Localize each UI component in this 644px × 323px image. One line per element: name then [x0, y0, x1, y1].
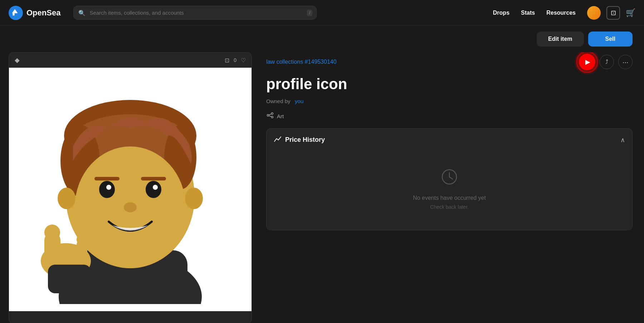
opensea-logo-icon: [9, 6, 23, 20]
heart-icon[interactable]: ♡: [241, 57, 246, 64]
share-icon: ⤴: [605, 59, 608, 65]
nav-links: Drops Stats Resources: [493, 10, 576, 16]
expand-icon[interactable]: ⊡: [225, 57, 229, 64]
owned-by-label: Owned by: [266, 98, 291, 104]
svg-point-26: [267, 115, 269, 116]
svg-point-19: [124, 202, 137, 212]
category-row: Art: [266, 111, 633, 121]
panel-header: ◆ ⊡ 0 ♡: [9, 53, 252, 68]
nft-image: [9, 68, 252, 311]
wallet-icon: ⊡: [611, 9, 616, 17]
more-icon: ···: [623, 58, 629, 66]
clock-icon: [441, 168, 458, 189]
price-history-title: Price History: [285, 136, 325, 144]
more-button[interactable]: ···: [618, 55, 633, 69]
price-history-body: No events have occurred yet Check back l…: [267, 151, 632, 230]
svg-point-16: [146, 181, 161, 198]
svg-point-28: [272, 116, 273, 118]
like-count: 0: [234, 57, 236, 63]
svg-point-25: [77, 234, 87, 245]
search-icon: 🔍: [78, 9, 86, 16]
svg-point-27: [272, 113, 273, 115]
search-bar: 🔍 /: [73, 6, 317, 20]
panel-actions: ⊡ 0 ♡: [225, 57, 246, 64]
cart-button[interactable]: 🛒: [626, 8, 635, 18]
svg-point-17: [106, 185, 111, 190]
category-icon: [266, 111, 274, 121]
svg-point-15: [99, 181, 115, 198]
cart-icon: 🛒: [626, 8, 635, 17]
svg-rect-14: [141, 177, 166, 180]
owner-link[interactable]: you: [295, 98, 303, 104]
action-bar: Edit item Sell: [0, 26, 644, 52]
price-history-title-row: Price History: [274, 135, 325, 145]
item-title: profile icon: [266, 76, 633, 92]
svg-rect-23: [48, 265, 91, 293]
item-actions-row: ▶ ⤴ ···: [579, 54, 633, 70]
search-input[interactable]: [73, 6, 317, 20]
svg-point-11: [185, 188, 203, 209]
no-events-text: No events have occurred yet: [413, 195, 486, 201]
play-button[interactable]: ▶: [579, 54, 595, 70]
nft-image-panel: ◆ ⊡ 0 ♡: [9, 52, 252, 323]
collection-link[interactable]: law collections #149530140: [266, 59, 337, 65]
nav-actions: ⊡ 🛒: [587, 6, 635, 20]
logo[interactable]: OpenSea: [9, 6, 60, 20]
right-panel: law collections #149530140 ▶ ⤴ ··· profi…: [252, 52, 644, 323]
share-button[interactable]: ⤴: [600, 55, 614, 69]
chevron-up-icon: ∧: [620, 136, 625, 144]
nav-resources[interactable]: Resources: [546, 10, 576, 16]
search-shortcut: /: [307, 10, 312, 16]
main-content: ◆ ⊡ 0 ♡: [0, 52, 644, 323]
price-history-header[interactable]: Price History ∧: [267, 129, 632, 151]
category-label: Art: [277, 113, 284, 119]
edit-item-button[interactable]: Edit item: [537, 32, 584, 47]
check-back-text: Check back later.: [430, 204, 468, 210]
nav-drops[interactable]: Drops: [493, 10, 509, 16]
svg-line-30: [269, 116, 272, 117]
logo-text: OpenSea: [26, 8, 60, 18]
svg-point-22: [44, 225, 60, 240]
svg-point-18: [153, 185, 158, 190]
svg-line-33: [449, 177, 453, 179]
chart-icon: [274, 135, 282, 145]
svg-line-29: [269, 114, 272, 115]
sell-button[interactable]: Sell: [588, 32, 633, 47]
navbar: OpenSea 🔍 / Drops Stats Resources ⊡ 🛒: [0, 0, 644, 26]
user-avatar[interactable]: [587, 6, 601, 20]
wallet-button[interactable]: ⊡: [606, 6, 620, 20]
ethereum-icon: ◆: [15, 56, 20, 64]
price-history-section: Price History ∧ No events have occurred …: [266, 128, 633, 230]
owned-row: Owned by you: [266, 98, 633, 104]
nft-avatar-svg: [37, 75, 223, 304]
play-icon: ▶: [585, 58, 590, 66]
nav-stats[interactable]: Stats: [521, 10, 535, 16]
svg-point-10: [58, 188, 75, 209]
svg-rect-13: [94, 177, 119, 180]
item-top-row: law collections #149530140 ▶ ⤴ ···: [266, 54, 633, 70]
